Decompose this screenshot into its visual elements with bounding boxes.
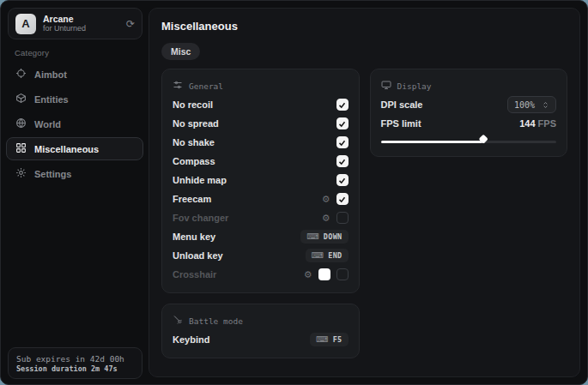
setting-row-dpi-scale: DPI scale 100% [381,95,557,114]
keyboard-icon: ⌨ [312,251,324,260]
page-title: Miscellaneous [161,20,567,33]
right-column: Display DPI scale 100% [370,69,568,157]
sidebar-item-label: World [34,119,61,129]
setting-label: Freecam [173,194,211,204]
setting-label: Compass [173,156,215,166]
setting-row-no-recoil: No recoil [173,95,349,114]
dpi-scale-value: 100% [514,100,535,110]
no-shake-checkbox[interactable] [336,136,349,148]
sidebar-item-miscellaneous[interactable]: Miscellaneous [6,137,143,160]
general-card: General No recoil No spread No shake [161,69,360,293]
sidebar-item-label: Aimbot [34,69,67,80]
tab-misc[interactable]: Misc [161,43,200,60]
app-name: Arcane [43,14,119,24]
left-column: General No recoil No spread No shake [161,69,360,358]
sliders-icon [173,80,183,92]
sidebar-item-entities[interactable]: Entities [6,87,143,111]
grid-icon [15,142,27,155]
battle-mode-card-title: Battle mode [189,316,243,326]
sidebar-item-label: Entities [34,94,69,105]
crosshair-checkbox[interactable] [336,268,349,280]
gear-icon [15,167,27,180]
sidebar-item-aimbot[interactable]: Aimbot [6,63,143,86]
fps-limit-unit: FPS [538,118,556,129]
dpi-scale-select[interactable]: 100% [507,96,556,113]
chevrons-up-down-icon [542,97,549,112]
keybind-value: F5 [333,335,342,344]
sidebar-item-settings[interactable]: Settings [6,162,143,185]
keybind-value: END [328,251,342,260]
fov-changer-checkbox[interactable] [336,212,349,224]
main-panel: Miscellaneous Misc General No recoil [149,8,580,377]
cube-icon [15,93,27,105]
setting-row-no-shake: No shake [173,133,349,152]
display-card-title: Display [397,81,432,91]
content-columns: General No recoil No spread No shake [161,69,567,358]
display-card: Display DPI scale 100% [370,69,568,157]
setting-row-fov-changer: Fov changer ⚙ [173,208,349,227]
setting-label: DPI scale [381,99,423,110]
setting-label: No spread [173,118,219,129]
setting-row-no-spread: No spread [173,114,349,133]
battle-mode-card: Battle mode Keybind ⌨ F5 [161,304,360,358]
app-avatar: A [15,14,36,34]
subscription-status-card: Sub expires in 42d 00h Session duration … [8,347,142,379]
freecam-checkbox[interactable] [336,193,349,205]
general-card-header: General [173,80,349,92]
setting-row-compass: Compass [173,152,349,171]
setting-row-fps-limit: FPS limit 144 FPS [381,114,557,133]
setting-label: No shake [173,137,215,147]
crosshair-settings-gear-icon[interactable]: ⚙ [304,270,312,280]
menu-key-keybind-button[interactable]: ⌨ DOWN [300,230,348,244]
compass-checkbox[interactable] [336,155,349,167]
setting-label: Keybind [173,334,209,345]
crosshair-color-swatch[interactable] [318,268,330,280]
battle-keybind-button[interactable]: ⌨ F5 [310,333,348,346]
general-card-title: General [189,81,223,91]
display-card-header: Display [381,80,557,92]
keyboard-icon: ⌨ [306,232,318,241]
setting-label: Fov changer [173,213,228,223]
globe-icon [15,117,27,130]
setting-row-unload-key: Unload key ⌨ END [173,246,349,265]
unhide-map-checkbox[interactable] [336,174,349,186]
app-subtitle: for Unturned [43,24,119,33]
setting-row-unhide-map: Unhide map [173,171,349,189]
setting-row-freecam: Freecam ⚙ [173,189,349,208]
fps-limit-slider[interactable] [381,135,557,147]
no-recoil-checkbox[interactable] [336,99,349,111]
freecam-settings-gear-icon[interactable]: ⚙ [322,195,330,204]
sidebar-item-label: Miscellaneous [34,144,99,154]
setting-row-menu-key: Menu key ⌨ DOWN [173,227,349,246]
refresh-icon[interactable]: ⟳ [126,19,135,29]
setting-row-crosshair: Crosshair ⚙ [173,265,349,284]
category-label: Category [15,48,49,57]
battle-mode-card-header: Battle mode [173,315,349,327]
sidebar-nav: Aimbot Entities World Miscellaneous [6,63,143,185]
sidebar-item-label: Settings [34,169,71,179]
tab-bar: Misc [161,43,567,60]
app-window: A Arcane for Unturned ⟳ Category Aimbot … [0,0,588,385]
crosshair-icon [15,68,27,81]
sub-expires-text: Sub expires in 42d 00h [16,354,134,364]
setting-label: Crosshair [173,269,216,280]
setting-label: No recoil [173,99,213,110]
fps-limit-number: 144 [519,118,535,129]
fps-limit-value: 144 FPS [519,118,556,129]
keybind-value: DOWN [324,232,342,241]
setting-row-keybind: Keybind ⌨ F5 [173,330,349,349]
no-spread-checkbox[interactable] [336,117,349,129]
setting-label: Unhide map [173,175,227,185]
app-meta: Arcane for Unturned [43,14,119,33]
app-header-card: A Arcane for Unturned ⟳ [8,8,142,39]
sidebar-item-world[interactable]: World [6,112,143,135]
setting-label: FPS limit [381,118,421,129]
fov-changer-settings-gear-icon[interactable]: ⚙ [322,214,330,223]
session-duration-text: Session duration 2m 47s [16,364,134,373]
fps-slider-fill [381,141,483,143]
monitor-icon [381,80,391,92]
sword-icon [173,315,183,327]
unload-key-keybind-button[interactable]: ⌨ END [306,249,349,262]
setting-label: Unload key [173,250,223,261]
sidebar: A Arcane for Unturned ⟳ Category Aimbot … [1,1,149,384]
